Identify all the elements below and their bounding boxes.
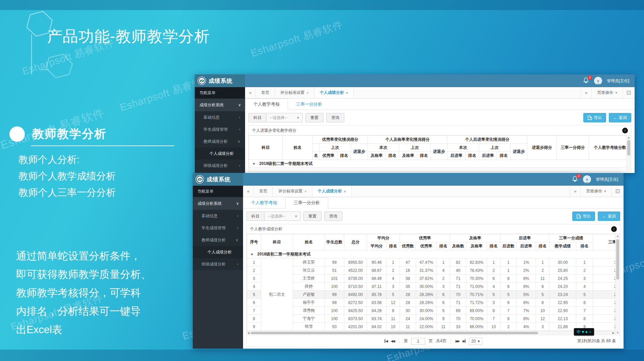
close-icon[interactable]: × <box>346 91 348 95</box>
horizontal-scrollbar[interactable]: ◀ ▶ <box>247 331 615 335</box>
collapse-tabs-button[interactable]: « <box>243 186 254 197</box>
sidebar-item-class-analysis[interactable]: 班级成绩分析 ‹ <box>193 258 243 270</box>
scroll-down-arrow[interactable]: ▼ <box>616 330 620 335</box>
table-row[interactable]: 7谭秀梅1008425.5084.2683030.00%56969.00%877… <box>247 307 621 315</box>
table-cell: 1 <box>437 258 450 266</box>
subtab-personal-assessment[interactable]: 个人教学考核 <box>245 99 288 110</box>
tab-scoring-settings[interactable]: 评分标准设置 × <box>275 87 314 98</box>
table-cell: 8 <box>576 315 593 323</box>
collapse-tabs-button[interactable]: « <box>245 87 256 98</box>
reset-button[interactable]: 重置 <box>303 212 321 221</box>
close-icon[interactable]: × <box>304 189 306 193</box>
table-cell: 7% <box>517 307 536 315</box>
sidebar-item-class-analysis[interactable]: 班级成绩分析 ‹ <box>195 160 245 172</box>
notifications-button[interactable]: 0 <box>572 176 578 183</box>
sidebar-item-basic-info[interactable]: 基础信息 ‹ <box>193 210 243 222</box>
tab-personal-analysis[interactable]: 个人成绩分析 × <box>312 186 352 197</box>
subject-select[interactable]: --请选择-- ▾ <box>267 113 303 122</box>
tab-operations-dropdown[interactable]: 页签操作 ▾ <box>591 87 623 98</box>
sidebar-item-analysis-system[interactable]: 成绩分析系统 ∨ <box>195 99 245 111</box>
reset-button[interactable]: 重置 <box>305 113 324 122</box>
sidebar-item-personal-analysis[interactable]: 个人成绩分析 <box>195 147 245 160</box>
panel-collapse-button[interactable]: ↑ <box>622 128 628 133</box>
ime-toolbar-overlay[interactable]: 中 ♥ ● ○ <box>574 328 594 336</box>
col-clipped <box>313 144 319 152</box>
scroll-right-arrow[interactable]: ▶ <box>612 331 614 335</box>
table-cell: 70.00% <box>466 315 487 323</box>
export-button[interactable]: 导出 <box>572 212 595 221</box>
table-cell: 8% <box>517 275 536 283</box>
table-row[interactable]: 8于海宁1008373.5083.74112424.00%97070.00%78… <box>247 315 621 323</box>
avatar[interactable] <box>594 77 602 85</box>
sidebar-item-label: 学生成绩管理 <box>203 123 228 135</box>
subtab-three-rates[interactable]: 三率一分分析 <box>285 197 328 208</box>
app-logo-icon <box>195 175 204 184</box>
col-behind-rate: 后进率 <box>479 152 497 160</box>
scroll-up-arrow[interactable]: ▲ <box>627 135 631 140</box>
user-name[interactable]: 管理员[主任] <box>596 177 618 182</box>
user-name[interactable]: 管理员[主任] <box>607 78 629 84</box>
first-page-button[interactable]: ◀ <box>385 339 388 343</box>
exam-group-row[interactable]: ▼ 2018级初二第一学期期末考试 <box>247 250 621 258</box>
panel-collapse-button[interactable]: ↑ <box>611 226 617 232</box>
notifications-button[interactable]: 0 <box>583 77 589 84</box>
tab-home[interactable]: 首页 <box>256 87 275 98</box>
page-size-select[interactable]: 20 ▾ <box>469 338 482 345</box>
table-row[interactable]: 6籍亭亭998272.5083.56122828.28%67171.72%366… <box>247 299 621 307</box>
chevron-down-icon: ∨ <box>235 234 238 246</box>
col-teach-score: 教学成绩 <box>549 242 576 250</box>
tab-scoring-settings[interactable]: 评分标准设置 × <box>273 186 312 197</box>
app-brand: 成绩系统 <box>195 74 245 87</box>
vertical-scrollbar[interactable]: ▲ <box>626 135 631 171</box>
prev-page-button[interactable]: ◀◀ <box>391 339 395 343</box>
next-page-button[interactable]: ▶▶ <box>456 339 459 343</box>
expand-tabs-button[interactable]: » <box>570 186 580 197</box>
page-number-input[interactable] <box>411 338 425 345</box>
table-cell: 11 <box>400 323 416 331</box>
tab-operations-dropdown[interactable]: 页签操作 ▾ <box>580 186 611 197</box>
tab-home[interactable]: 首页 <box>254 186 273 197</box>
scroll-up-arrow[interactable]: ▲ <box>616 234 620 238</box>
sidebar-item-student-scores[interactable]: 学生成绩管理 ‹ <box>193 222 243 234</box>
table-row[interactable]: 2张立云514522.0088.6721631.37%44078.43%212%… <box>247 266 621 275</box>
sidebar-item-teacher-analysis[interactable]: 教师成绩分析 ∨ <box>195 135 245 147</box>
close-icon[interactable]: × <box>306 91 308 95</box>
sidebar-item-analysis-system[interactable]: 成绩分析系统 ∨ <box>193 197 243 210</box>
subtab-three-rates[interactable]: 三率一分分析 <box>288 99 330 110</box>
scrollbar-thumb[interactable] <box>251 332 538 334</box>
subtab-personal-assessment[interactable]: 个人教学考核 <box>243 197 285 208</box>
col-rates-score: 三率一分得分 <box>557 136 589 160</box>
close-icon[interactable]: × <box>344 189 346 193</box>
avatar[interactable] <box>583 175 591 183</box>
sidebar-item-personal-analysis[interactable]: 个人成绩分析 <box>193 246 243 258</box>
fullscreen-button[interactable] <box>623 87 635 98</box>
back-button[interactable]: ← 返回 <box>609 113 631 122</box>
subject-select[interactable]: --请选择-- ▾ <box>265 212 301 221</box>
exam-group-row[interactable]: ▼ 2019级初二第一学期期末考试 <box>249 160 631 168</box>
back-button[interactable]: ← 返回 <box>598 212 620 221</box>
scrollbar-thumb[interactable] <box>627 140 630 156</box>
sidebar-item-student-scores[interactable]: 学生成绩管理 ‹ <box>195 123 245 135</box>
description-line: 教师教学考核得分，可学科 <box>16 284 151 302</box>
table-row[interactable]: 9韩雪504201.0084.02101122.00%113366.00%102… <box>247 323 621 331</box>
table-row[interactable]: 4薛静1008710.5087.1133535.00%37171.00%466%… <box>247 283 621 291</box>
fullscreen-button[interactable] <box>611 186 624 197</box>
sidebar-item-basic-info[interactable]: 基础信息 ‹ <box>195 111 245 123</box>
sidebar-item-teacher-analysis[interactable]: 教师成绩分析 ∨ <box>193 234 243 246</box>
table-cell: 1 <box>576 258 593 266</box>
query-button[interactable]: 查询 <box>324 212 342 221</box>
vertical-scrollbar[interactable]: ▲ ▼ <box>615 234 620 335</box>
export-button[interactable]: 导出 <box>583 113 606 122</box>
table-row[interactable]: 3王雪娇1018735.0086.4943837.62%27170.30%688… <box>247 275 621 283</box>
tab-personal-analysis[interactable]: 个人成绩分析 × <box>314 87 354 98</box>
table-cell: 88.67 <box>367 266 387 275</box>
expand-tabs-button[interactable]: » <box>581 87 591 98</box>
table-cell: 69 <box>450 307 466 315</box>
last-page-button[interactable]: ▶ <box>463 339 466 343</box>
query-button[interactable]: 查询 <box>326 113 344 122</box>
table-row[interactable]: 5卢超敏998492.0085.7852828.28%67070.71%555%… <box>247 291 621 299</box>
col-group-pass: 及格率 <box>450 234 501 242</box>
scrollbar-thumb[interactable] <box>616 239 619 280</box>
table-row[interactable]: 1初二语文薛玉荣998955.5090.4614747.47%18282.83%… <box>247 258 621 266</box>
scroll-left-arrow[interactable]: ◀ <box>247 331 249 335</box>
